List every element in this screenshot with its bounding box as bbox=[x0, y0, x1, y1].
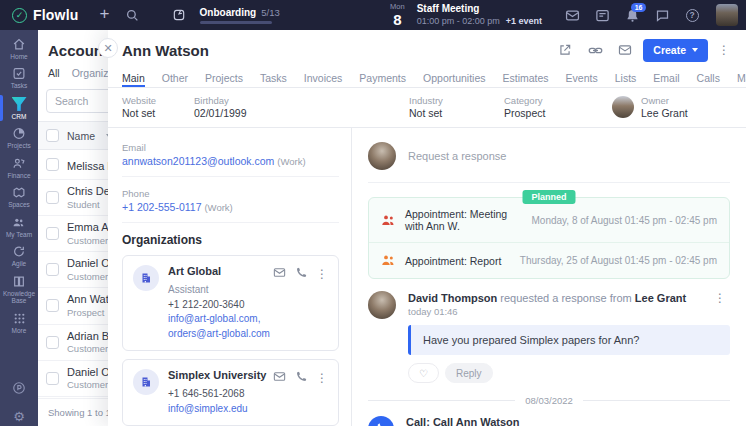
tab-estimates[interactable]: Estimates bbox=[502, 72, 548, 87]
message-author[interactable]: David Thompson bbox=[408, 292, 497, 304]
row-checkbox[interactable] bbox=[46, 336, 59, 349]
apps-icon[interactable] bbox=[12, 381, 26, 399]
field-birthday: Birthday 02/01/1999 bbox=[194, 95, 374, 121]
upcoming-event[interactable]: Staff Meeting 01:00 pm - 02:00 pm +1 eve… bbox=[417, 3, 542, 27]
reply-button[interactable]: Reply bbox=[445, 363, 493, 383]
tab-calls[interactable]: Calls bbox=[697, 72, 720, 87]
close-icon[interactable]: ✕ bbox=[98, 38, 118, 58]
nav-item-more[interactable]: More bbox=[0, 308, 38, 337]
email-link[interactable]: annwatson201123@outlook.com bbox=[122, 155, 274, 167]
appointment-item[interactable]: Appointment: Report Thursday, 25 of Augu… bbox=[369, 242, 729, 278]
appointment-people-icon bbox=[381, 213, 396, 228]
nav-item-tasks[interactable]: Tasks bbox=[0, 63, 38, 92]
org-more-icon[interactable]: ⋮ bbox=[316, 267, 328, 281]
search-icon[interactable] bbox=[119, 9, 147, 22]
tab-tasks[interactable]: Tasks bbox=[260, 72, 287, 87]
tab-opportunities[interactable]: Opportunities bbox=[423, 72, 485, 87]
tab-invoices[interactable]: Invoices bbox=[304, 72, 343, 87]
organization-card[interactable]: Simplex University ⋮ +1 646-561-2068 inf… bbox=[122, 359, 339, 426]
row-checkbox[interactable] bbox=[46, 227, 59, 240]
org-more-icon[interactable]: ⋮ bbox=[316, 371, 328, 385]
tab-lists[interactable]: Lists bbox=[615, 72, 637, 87]
tab-payments[interactable]: Payments bbox=[359, 72, 406, 87]
message-target[interactable]: Lee Grant bbox=[635, 292, 686, 304]
tab-projects[interactable]: Projects bbox=[205, 72, 243, 87]
appointment-people-icon bbox=[381, 253, 396, 268]
appointment-title: Appointment: Meeting with Ann W. bbox=[405, 208, 523, 232]
nav-item-home[interactable]: Home bbox=[0, 34, 38, 63]
row-checkbox[interactable] bbox=[46, 263, 59, 276]
more-actions-icon[interactable]: ⋮ bbox=[714, 43, 734, 57]
organization-email[interactable]: orders@art-global.com bbox=[168, 328, 270, 339]
create-button[interactable]: Create bbox=[643, 39, 708, 62]
organization-card[interactable]: Art Global ⋮ Assistant +1 212-200-3640 i… bbox=[122, 255, 339, 351]
feed-icon[interactable] bbox=[588, 8, 616, 23]
flowlu-logo-icon: ✓ bbox=[12, 8, 27, 23]
org-call-icon[interactable] bbox=[295, 265, 307, 283]
organization-name[interactable]: Simplex University bbox=[168, 369, 266, 381]
event-title: Staff Meeting bbox=[417, 3, 542, 16]
name-column-header[interactable]: Name bbox=[67, 130, 95, 142]
organization-name[interactable]: Art Global bbox=[168, 265, 221, 277]
contact-info-column: Email annwatson201123@outlook.com (Work)… bbox=[108, 128, 352, 426]
tab-mailchimp[interactable]: Mailchimp bbox=[737, 72, 746, 87]
onboarding-widget[interactable]: Onboarding 5/13 bbox=[165, 7, 280, 24]
crm-funnel-icon bbox=[12, 97, 27, 111]
add-icon[interactable]: + bbox=[91, 6, 119, 24]
nav-item-my-team[interactable]: My Team bbox=[0, 212, 38, 241]
org-email-icon[interactable] bbox=[273, 265, 286, 283]
nav-item-spaces[interactable]: Spaces bbox=[0, 182, 38, 211]
planned-appointments-box: Planned Appointment: Meeting with Ann W.… bbox=[368, 197, 730, 279]
nav-label: Home bbox=[10, 53, 27, 60]
appointment-item[interactable]: Appointment: Meeting with Ann W. Monday,… bbox=[369, 198, 729, 242]
nav-item-crm[interactable]: CRM bbox=[0, 93, 38, 123]
org-call-icon[interactable] bbox=[295, 369, 307, 387]
tab-events[interactable]: Events bbox=[566, 72, 598, 87]
org-email-icon[interactable] bbox=[273, 369, 286, 387]
send-email-icon[interactable] bbox=[613, 39, 637, 61]
field-owner[interactable]: Owner Lee Grant bbox=[612, 95, 732, 121]
notifications-bell-icon[interactable]: 16 bbox=[618, 8, 646, 23]
open-in-new-icon[interactable] bbox=[553, 39, 577, 61]
user-avatar[interactable] bbox=[716, 4, 738, 26]
request-response-input[interactable]: Request a response bbox=[408, 150, 506, 162]
row-checkbox[interactable] bbox=[46, 158, 59, 171]
timeline-column: Request a response Planned Appointment: … bbox=[352, 128, 746, 426]
detail-tabs: Main Other Projects Tasks Invoices Payme… bbox=[108, 64, 746, 88]
tab-other[interactable]: Other bbox=[162, 72, 188, 87]
heart-icon[interactable]: ♡ bbox=[408, 363, 439, 383]
chat-icon[interactable] bbox=[648, 8, 676, 23]
row-checkbox[interactable] bbox=[46, 191, 59, 204]
tab-main[interactable]: Main bbox=[122, 72, 145, 87]
settings-icon[interactable]: ⚙ bbox=[13, 409, 25, 424]
organization-email[interactable]: info@simplex.edu bbox=[168, 403, 248, 414]
organization-email[interactable]: info@art-global.com, bbox=[168, 313, 260, 324]
flowlu-logo[interactable]: ✓ Flowlu bbox=[0, 7, 91, 23]
topbar: ✓ Flowlu + Onboarding 5/13 Mon 8 bbox=[0, 0, 746, 30]
organization-phone: +1 212-200-3640 bbox=[168, 298, 328, 313]
help-icon[interactable]: ? bbox=[678, 9, 706, 22]
phone-link[interactable]: +1 202-555-0117 bbox=[122, 201, 202, 213]
contact-detail-panel: ✕ Ann Watson Create ⋮ M bbox=[108, 30, 746, 426]
calendar-date[interactable]: Mon 8 bbox=[390, 3, 405, 27]
nav-item-projects[interactable]: Projects bbox=[0, 123, 38, 152]
message-more-icon[interactable]: ⋮ bbox=[710, 291, 730, 305]
tab-email[interactable]: Email bbox=[653, 72, 679, 87]
call-log-item[interactable]: Call: Call Ann Watson Completed: 08/03/2… bbox=[368, 416, 730, 426]
select-all-checkbox[interactable] bbox=[46, 129, 59, 142]
copy-link-icon[interactable] bbox=[583, 39, 607, 61]
nav-item-agile[interactable]: Agile bbox=[0, 241, 38, 270]
event-extra-count[interactable]: +1 event bbox=[506, 16, 542, 27]
calendar-day-name: Mon bbox=[390, 3, 405, 11]
row-checkbox[interactable] bbox=[46, 372, 59, 385]
nav-item-finance[interactable]: Finance bbox=[0, 153, 38, 182]
response-request-item: David Thompson requested a response from… bbox=[368, 291, 730, 383]
nav-item-knowledge-base[interactable]: Knowledge Base bbox=[0, 271, 38, 308]
accounts-tab-all[interactable]: All bbox=[48, 67, 60, 79]
account-name: Melissa F bbox=[67, 160, 114, 172]
mail-icon[interactable] bbox=[558, 8, 586, 23]
author-avatar bbox=[368, 291, 396, 319]
nav-label: Finance bbox=[7, 172, 30, 179]
row-checkbox[interactable] bbox=[46, 299, 59, 312]
summary-fields-row: Website Not set Birthday 02/01/1999 Indu… bbox=[108, 88, 746, 128]
